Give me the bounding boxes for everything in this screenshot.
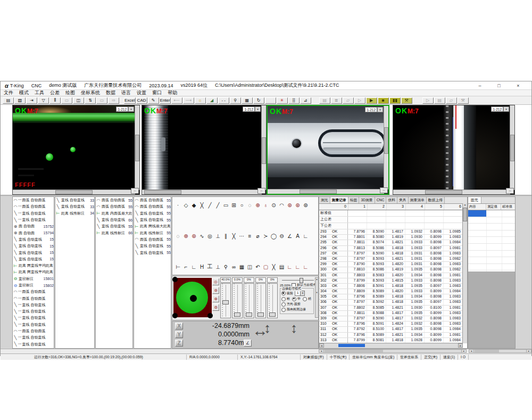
close-button[interactable]: × bbox=[512, 83, 524, 88]
camera-view-4[interactable]: OKM:7 1-212▾ ↔ bbox=[393, 105, 515, 195]
list-item[interactable]: ◠ 圆弧 自动圆弧 55 bbox=[134, 197, 171, 203]
table-row[interactable]: 295OK 7.8811 8.5074 1.4821 1.0933 0.8098… bbox=[319, 240, 467, 245]
light-slider[interactable]: 0% bbox=[255, 277, 266, 318]
table-tool[interactable]: ▤ bbox=[278, 263, 286, 270]
circle-tool[interactable]: ○ bbox=[238, 201, 246, 209]
line2-tool[interactable]: ╱ bbox=[214, 201, 222, 209]
corner-tool[interactable]: ∟ bbox=[302, 232, 310, 240]
table-tab[interactable]: 3D测量 bbox=[359, 197, 375, 203]
light-slider-thumb[interactable] bbox=[222, 300, 229, 304]
list-item[interactable]: ╲ 直线 自动直线 55 bbox=[96, 223, 132, 229]
table-row[interactable]: 306OK 7.8797 8.5092 1.4818 1.0935 0.8097… bbox=[319, 300, 467, 305]
list-item[interactable]: ◠ 圆弧 自动圆弧 55 bbox=[96, 203, 132, 210]
ring-light-icon[interactable]: ◎ bbox=[212, 278, 219, 285]
camera3-vertical-scrollbar[interactable] bbox=[384, 106, 388, 190]
arc-tool[interactable]: ◠ bbox=[278, 201, 286, 209]
list-item[interactable]: ⊕ 圆 自动圆 15794 bbox=[13, 229, 54, 236]
list-item[interactable]: ╲ 直线 自动直线 55 bbox=[134, 217, 171, 223]
menu-item[interactable]: 文件 bbox=[4, 89, 13, 96]
elements-row[interactable] bbox=[468, 257, 515, 264]
snap-radio[interactable] bbox=[281, 291, 286, 295]
scroll-left-icon[interactable]: ◄ bbox=[469, 350, 474, 353]
list-item[interactable]: ⊕ 圆 自动圆 15752 bbox=[13, 223, 54, 229]
list-item[interactable]: ╲ 直线 自动直线 15 bbox=[13, 243, 54, 249]
dim-angle-tool[interactable]: ⌐ bbox=[182, 263, 190, 270]
plane-tool[interactable]: ◇ bbox=[182, 201, 190, 209]
direction-radio[interactable] bbox=[281, 302, 286, 307]
stage-move-button[interactable]: ⇥ bbox=[26, 97, 37, 104]
blank-button[interactable] bbox=[265, 97, 276, 104]
probe-button[interactable]: ▽ bbox=[38, 97, 49, 104]
arrow-left-button[interactable]: ⟵ bbox=[171, 97, 182, 104]
level-select[interactable]: 1▾ bbox=[295, 291, 305, 296]
menu-item[interactable]: 模式 bbox=[19, 89, 29, 96]
light-slider[interactable]: 0.0% bbox=[232, 277, 243, 318]
clamp-button[interactable]: ◫ bbox=[73, 97, 84, 104]
folder-gray-button[interactable]: ▱ bbox=[343, 97, 354, 104]
pan-tool-button[interactable]: ↔ bbox=[131, 188, 139, 194]
elements-row[interactable] bbox=[468, 244, 515, 251]
big-circle-tool[interactable]: ◯ bbox=[270, 232, 278, 240]
camera-view-3-active[interactable]: OKM:7 1-212▾ ↔ bbox=[267, 105, 389, 195]
table-row[interactable]: 307OK 7.8802 8.5085 1.4821 1.0930 0.8100… bbox=[319, 306, 467, 311]
circle-red2-tool[interactable]: ⊕ bbox=[182, 232, 190, 240]
plane2-tool[interactable]: ◆ bbox=[190, 201, 198, 209]
list-item[interactable]: ╲ 直线 自动直线 55 bbox=[134, 210, 171, 217]
play-to-end-button[interactable]: ▶ bbox=[366, 97, 377, 104]
light-slider-track[interactable] bbox=[255, 283, 266, 318]
elements-row[interactable] bbox=[468, 237, 515, 244]
scroll-right-icon[interactable]: ► bbox=[461, 350, 466, 353]
pause-button[interactable]: ▮▮ bbox=[389, 97, 401, 104]
target-tool[interactable]: ♁ bbox=[262, 201, 270, 209]
dim-vertical-tool[interactable]: ⊥ bbox=[214, 263, 222, 270]
list-item[interactable]: ╲ 直线 自动直线 33 bbox=[55, 203, 94, 210]
elements-bottom-scrollbar[interactable]: ◄ ► bbox=[469, 349, 531, 353]
save-gray-button[interactable]: ▤ bbox=[319, 97, 330, 104]
datum1-tool[interactable]: ∟ bbox=[286, 263, 294, 270]
camera4-horizontal-scrollbar[interactable] bbox=[393, 190, 510, 194]
zoom-select[interactable]: 1-212▾ bbox=[491, 106, 509, 112]
angle-tool[interactable]: ∠ bbox=[286, 232, 294, 240]
circle-fit-tool[interactable]: ◌ bbox=[174, 232, 182, 240]
table-tab[interactable]: 数据上传 bbox=[427, 197, 445, 203]
list-item[interactable]: ╲ *** 直线 自动直线 bbox=[13, 334, 54, 341]
delete-tool[interactable]: ╳ bbox=[270, 263, 278, 270]
light-slider-track[interactable] bbox=[220, 283, 231, 318]
menu-item[interactable]: 绘图 bbox=[65, 89, 75, 96]
chevron-down-icon[interactable]: ▾ bbox=[377, 107, 383, 112]
table-row[interactable]: 300OK 7.8810 8.5086 1.4819 1.0935 0.8098… bbox=[319, 267, 467, 273]
datum2-tool[interactable]: ∟ bbox=[294, 263, 302, 270]
chevron-down-icon[interactable]: ▾ bbox=[503, 106, 509, 112]
list-item[interactable]: ╲ 直线 自动直线 33 bbox=[55, 197, 94, 203]
play2-gray-button[interactable]: ▷ bbox=[422, 97, 434, 104]
calculator-tool[interactable]: ▦ bbox=[238, 263, 246, 270]
rotate-button[interactable]: ↻ bbox=[253, 97, 264, 104]
table-tab[interactable]: 测光 bbox=[319, 197, 330, 203]
list-item[interactable]: ╲ 直线 自动直线 15 bbox=[13, 256, 54, 262]
line-tool[interactable]: ╱ bbox=[206, 201, 214, 209]
master-slider-thumb[interactable] bbox=[300, 278, 303, 283]
excel-export-button[interactable]: Excel bbox=[124, 97, 136, 104]
camera-view-2[interactable]: OKM:7 1-212▾ ↔ bbox=[142, 105, 267, 195]
chart-button[interactable]: ⊿ bbox=[300, 97, 311, 104]
light-slider-thumb[interactable] bbox=[269, 312, 276, 317]
table-row[interactable]: 297OK 7.8797 8.5090 1.4818 1.0931 0.8098… bbox=[319, 251, 467, 257]
list-item[interactable]: ╲ *** 直线 自动直线 bbox=[13, 308, 54, 315]
table-row[interactable]: 294OK 7.8801 8.5080 1.4819 1.0930 0.8099… bbox=[319, 235, 467, 240]
chevron-down-icon[interactable]: ▾ bbox=[255, 106, 261, 112]
open2-gray-button[interactable]: ▱ bbox=[446, 97, 457, 104]
tangent-tool[interactable]: ≻ bbox=[262, 232, 270, 240]
list-item[interactable]: ╲ *** 直线 自动直线 bbox=[13, 341, 54, 348]
lift-button[interactable]: ⇅ bbox=[85, 97, 96, 104]
table-tab[interactable]: 夹具 bbox=[397, 197, 409, 203]
table-row[interactable]: 309OK 7.8797 8.5090 1.4817 1.0932 0.8098… bbox=[319, 316, 467, 322]
table-row[interactable]: 311OK 7.8792 8.5100 1.4817 1.0935 0.8098… bbox=[319, 327, 467, 332]
circle-dash-tool[interactable]: ◌ bbox=[246, 201, 254, 209]
camera1-horizontal-scrollbar[interactable] bbox=[13, 190, 135, 194]
dim-width-tool[interactable]: H bbox=[198, 263, 206, 270]
elements-row[interactable] bbox=[468, 217, 515, 224]
table-hscroll-thumb[interactable] bbox=[338, 344, 365, 347]
camera1-vertical-scrollbar[interactable] bbox=[135, 105, 139, 190]
dim-circle-tool[interactable]: ⚲ bbox=[222, 263, 230, 270]
dim-horizontal-tool[interactable]: ⊢ bbox=[174, 263, 182, 270]
